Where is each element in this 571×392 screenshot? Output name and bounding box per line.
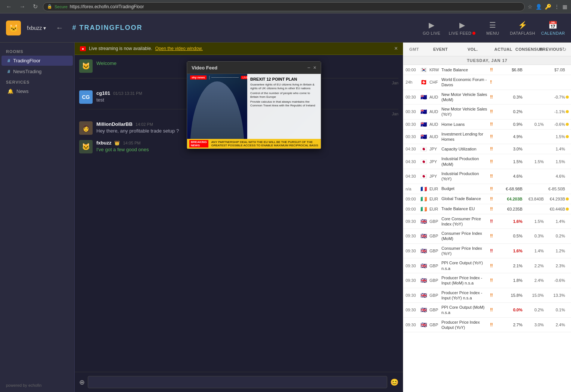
avatar: 🐱 [79, 59, 93, 73]
event-dot [566, 323, 569, 326]
event-previous: 1.5% [544, 134, 565, 139]
event-flag: 🇮🇪 [421, 196, 429, 202]
refresh-button[interactable]: ↻ [31, 2, 40, 11]
event-name: Producer Price Index - Input (YoY) n.s.a [441, 290, 489, 301]
video-popup: Video Feed − × sky news │ ───────────── … [187, 61, 321, 149]
sidebar-item-news-label: News [16, 88, 29, 94]
video-anchor-image [187, 81, 247, 149]
event-consensus: 3.0% [523, 323, 544, 327]
event-dot [566, 308, 569, 311]
event-dot [566, 187, 569, 190]
event-actual: €4.203B [502, 197, 522, 201]
sidebar-item-tradingfloor[interactable]: # TradingFloor [1, 56, 73, 66]
username-label: fxbuzz [27, 25, 42, 31]
event-currency: GBP [429, 219, 441, 224]
event-time: 04:30 [406, 174, 420, 178]
events-list: 00:00 🇰🇷 KRW Trade Balance !!! $6.8B $7.… [403, 65, 571, 392]
attach-icon[interactable]: ⊕ [79, 378, 85, 386]
live-feed-icon: ▶ [459, 21, 465, 29]
dataflash-button[interactable]: ⚡ DATAFLASH [510, 21, 535, 35]
table-row: 00:00 🇰🇷 KRW Trade Balance !!! $6.8B $7.… [403, 65, 571, 75]
bookmark-icon[interactable]: ☆ [528, 4, 533, 10]
hash-icon: # [7, 58, 10, 63]
back-button[interactable]: ← [4, 3, 14, 11]
event-previous: 0.2% [544, 234, 565, 238]
live-banner-close[interactable]: × [394, 45, 398, 52]
event-time: 00:30 [406, 95, 420, 99]
live-banner-link[interactable]: Open the video window. [155, 46, 202, 51]
event-name: Producer Price Index Output (YoY) [441, 320, 489, 330]
event-currency: GBP [429, 234, 441, 238]
event-time: 09:30 [406, 278, 420, 283]
profile-icon[interactable]: 👤 [536, 4, 542, 10]
table-row: 00:30 🇦🇺 AUD Investment Lending for Home… [403, 130, 571, 144]
event-dot [566, 175, 569, 178]
browser-bar: ← → ↻ 🔒 Secure https://forex.echofin.co/… [0, 0, 571, 13]
video-popup-header: Video Feed − × [187, 62, 321, 74]
refresh-icon[interactable]: ↻ [562, 46, 567, 52]
event-time: 09:30 [406, 264, 420, 268]
extension-icon[interactable]: 🔑 [545, 4, 551, 10]
event-previous: 2.3% [544, 264, 565, 268]
event-dot [566, 160, 569, 163]
event-impact: !!! [490, 263, 501, 268]
msg-time: 14:02 PM [136, 122, 153, 127]
calendar-button[interactable]: 📅 CALENDAR [541, 21, 565, 35]
event-name: Core Consumer Price Index (YoY) [441, 216, 489, 227]
emoji-button[interactable]: 😊 [390, 378, 398, 386]
event-impact: !!! [490, 293, 501, 298]
chat-input-area: ⊕ 😊 [75, 372, 403, 392]
sidebar-item-news[interactable]: 🔔 News [1, 86, 73, 96]
event-flag: 🇬🇧 [421, 307, 429, 313]
address-bar[interactable]: 🔒 Secure https://forex.echofin.co/#Tradi… [43, 2, 525, 11]
user-avatar[interactable]: 🐱 [6, 21, 21, 35]
event-time: 09:30 [406, 234, 420, 238]
avatar: 👩 [79, 121, 93, 135]
menu-button[interactable]: ☰ MENU [481, 21, 504, 35]
table-row: 09:30 🇬🇧 GBP Consumer Price Index (MoM) … [403, 229, 571, 244]
lock-icon: 🔒 [47, 4, 52, 9]
menu-icon: ☰ [489, 21, 496, 29]
event-name: New Motor Vehicle Sales (YoY) [441, 106, 489, 117]
table-row: 09:30 🇬🇧 GBP Producer Price Index - Inpu… [403, 273, 571, 288]
live-banner-text: Live streaming is now available. [89, 46, 152, 51]
video-close-button[interactable]: × [313, 65, 316, 71]
live-feed-button[interactable]: ▶ LIVE FEED [449, 21, 476, 35]
msg-username: cg101 [96, 90, 110, 96]
event-name: Home Loans [441, 122, 489, 127]
event-impact: !!! [490, 322, 501, 327]
event-flag: 🇬🇧 [421, 218, 429, 224]
event-time: 00:30 [406, 134, 420, 139]
event-currency: KRW [429, 68, 441, 72]
chat-input[interactable] [88, 376, 387, 388]
nav-back-button[interactable]: ← [56, 24, 63, 32]
event-impact: !!! [490, 134, 501, 139]
chat-area: ● Live streaming is now available. Open … [75, 43, 403, 392]
event-flag: 🇦🇺 [421, 134, 429, 140]
table-row: 09:30 🇬🇧 GBP PPI Core Output (YoY) n.s.a… [403, 258, 571, 273]
more-icon[interactable]: ⋮ [554, 4, 559, 10]
event-actual: 0.2% [502, 109, 522, 114]
sidebar-bottom: powered by echofin [0, 379, 74, 392]
event-currency: AUD [429, 134, 441, 139]
event-name: PPI Core Output (YoY) n.s.a [441, 260, 489, 271]
news-icon: 🔔 [7, 88, 13, 94]
user-name-dropdown[interactable]: fxbuzz ▾ [27, 25, 46, 31]
event-consensus: 0.3% [523, 234, 544, 238]
event-impact: !!! [490, 122, 501, 127]
video-minimize-button[interactable]: − [307, 65, 310, 71]
table-row: 09:30 🇬🇧 GBP Producer Price Index Output… [403, 318, 571, 333]
crown-icon: 👑 [114, 140, 120, 146]
event-actual: 1.5% [502, 159, 522, 164]
forward-button[interactable]: → [17, 3, 28, 11]
event-time: n/a [406, 187, 420, 191]
qr-icon[interactable]: ▦ [562, 4, 567, 10]
event-actual: 1.6% [502, 249, 522, 253]
event-impact: !!! [490, 219, 501, 224]
sidebar-item-newstrading[interactable]: # NewsTrading [1, 66, 73, 77]
event-name: Investment Lending for Homes [441, 131, 489, 142]
event-flag: 🇦🇺 [421, 94, 429, 100]
event-currency: GBP [429, 249, 441, 253]
event-actual: 2.7% [502, 323, 522, 327]
go-live-button[interactable]: ▶ GO LIVE [421, 21, 443, 35]
